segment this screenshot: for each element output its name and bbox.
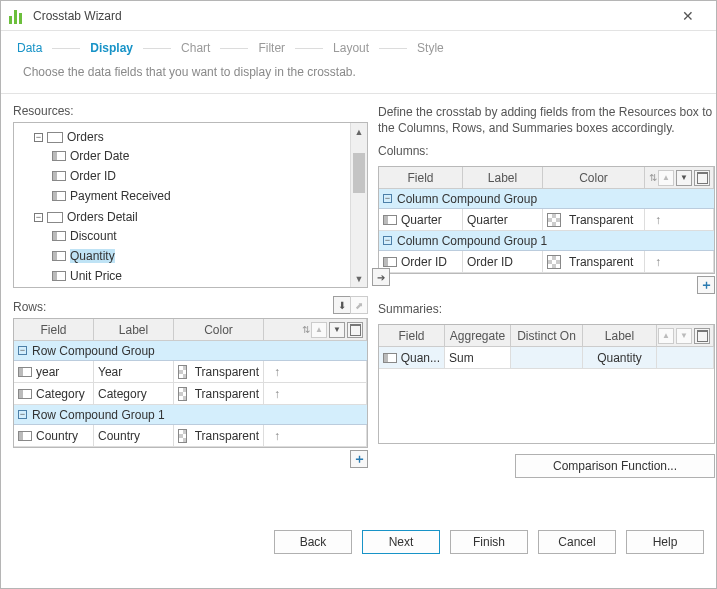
col-field[interactable]: Field [379, 325, 445, 347]
step-style[interactable]: Style [415, 41, 446, 55]
summary-aggregate[interactable]: Sum [445, 347, 511, 369]
color-swatch[interactable] [547, 255, 561, 269]
summary-label[interactable]: Quantity [583, 347, 657, 369]
col-color[interactable]: Color [543, 167, 645, 189]
rows-grid[interactable]: Field Label Color ⇅ −Row Compound Group … [13, 318, 368, 448]
summary-distinct[interactable] [511, 347, 583, 369]
sort-asc-icon[interactable]: ↑ [268, 387, 280, 401]
collapse-icon[interactable]: − [34, 213, 43, 222]
row-group-header[interactable]: −Row Compound Group 1 [14, 405, 367, 425]
rows-label: Rows: [13, 300, 46, 314]
col-field-val[interactable]: Order ID [401, 255, 447, 269]
window-title: Crosstab Wizard [33, 9, 122, 23]
summaries-grid[interactable]: Field Aggregate Distinct On Label Quan..… [378, 324, 715, 444]
move-down-button[interactable] [329, 322, 345, 338]
back-button[interactable]: Back [274, 530, 352, 554]
close-button[interactable]: ✕ [668, 2, 708, 30]
row-label[interactable]: Year [94, 361, 174, 383]
info-text: Define the crosstab by adding fields fro… [378, 104, 715, 136]
col-field[interactable]: Field [379, 167, 463, 189]
scrollbar-vertical[interactable]: ▲▼ [350, 123, 367, 287]
color-swatch[interactable] [547, 213, 561, 227]
color-swatch[interactable] [178, 429, 187, 443]
next-button[interactable]: Next [362, 530, 440, 554]
sort-asc-icon[interactable]: ↑ [649, 255, 661, 269]
col-label[interactable]: Label [583, 325, 657, 347]
column-group-header[interactable]: −Column Compound Group 1 [379, 231, 714, 251]
delete-button[interactable] [694, 170, 710, 186]
delete-button[interactable] [694, 328, 710, 344]
add-column-group-button[interactable]: ＋ [697, 276, 715, 294]
resources-tree[interactable]: −Orders Order Date Order ID Payment Rece… [13, 122, 368, 288]
comparison-function-button[interactable]: Comparison Function... [515, 454, 715, 478]
row-label[interactable]: Country [94, 425, 174, 447]
col-tools: ⇅ [264, 319, 367, 341]
summaries-label: Summaries: [378, 302, 715, 316]
sort-asc-icon[interactable]: ↑ [268, 365, 280, 379]
step-display[interactable]: Display [88, 41, 135, 55]
sort-icon[interactable]: ⇅ [649, 172, 657, 183]
col-label[interactable]: Label [94, 319, 174, 341]
summary-field[interactable]: Quan... [401, 351, 440, 365]
color-swatch[interactable] [178, 387, 187, 401]
col-field-val[interactable]: Quarter [401, 213, 442, 227]
col-label[interactable]: Label [463, 167, 543, 189]
app-icon [9, 8, 25, 24]
add-row-group-button[interactable]: ＋ [350, 450, 368, 468]
sort-icon[interactable]: ⇅ [302, 324, 310, 335]
tree-leaf[interactable]: Payment Received [70, 189, 171, 203]
field-icon [52, 171, 66, 181]
tree-leaf[interactable]: Discount [70, 229, 117, 243]
row-field[interactable]: Country [36, 429, 78, 443]
move-up-button [311, 322, 327, 338]
tree-leaf[interactable]: Order Date [70, 149, 129, 163]
col-label-val[interactable]: Quarter [463, 209, 543, 231]
row-label[interactable]: Category [94, 383, 174, 405]
tree-leaf[interactable]: Order ID [70, 169, 116, 183]
col-distinct[interactable]: Distinct On [511, 325, 583, 347]
step-nav: Data Display Chart Filter Layout Style [1, 31, 716, 61]
step-layout[interactable]: Layout [331, 41, 371, 55]
sort-asc-icon[interactable]: ↑ [649, 213, 661, 227]
tree-node-orders[interactable]: Orders [67, 130, 104, 144]
delete-button[interactable] [347, 322, 363, 338]
cancel-button[interactable]: Cancel [538, 530, 616, 554]
column-group-header[interactable]: −Column Compound Group [379, 189, 714, 209]
step-data[interactable]: Data [15, 41, 44, 55]
field-icon [52, 251, 66, 261]
titlebar: Crosstab Wizard ✕ [1, 1, 716, 31]
field-icon [52, 191, 66, 201]
move-down-button[interactable] [676, 170, 692, 186]
row-field[interactable]: year [36, 365, 59, 379]
resources-label: Resources: [13, 104, 368, 118]
col-label-val[interactable]: Order ID [463, 251, 543, 273]
folder-icon [47, 132, 63, 143]
help-button[interactable]: Help [626, 530, 704, 554]
folder-icon [47, 212, 63, 223]
collapse-icon[interactable]: − [34, 133, 43, 142]
remove-from-rows-button: ⬈ [350, 296, 368, 314]
step-filter[interactable]: Filter [256, 41, 287, 55]
tree-leaf[interactable]: Unit Price [70, 269, 122, 283]
col-color[interactable]: Color [174, 319, 264, 341]
move-up-button [658, 328, 674, 344]
tree-leaf-selected[interactable]: Quantity [70, 249, 115, 263]
field-icon [52, 271, 66, 281]
add-to-rows-button[interactable]: ⬇ [333, 296, 351, 314]
add-to-right-button[interactable]: ➔ [372, 268, 390, 286]
move-down-button [676, 328, 692, 344]
col-aggregate[interactable]: Aggregate [445, 325, 511, 347]
row-field[interactable]: Category [36, 387, 85, 401]
color-swatch[interactable] [178, 365, 187, 379]
tree-node-orders-detail[interactable]: Orders Detail [67, 210, 138, 224]
row-group-header[interactable]: −Row Compound Group [14, 341, 367, 361]
step-chart[interactable]: Chart [179, 41, 212, 55]
columns-grid[interactable]: Field Label Color ⇅ −Column Compound Gro… [378, 166, 715, 274]
finish-button[interactable]: Finish [450, 530, 528, 554]
move-up-button [658, 170, 674, 186]
step-description: Choose the data fields that you want to … [1, 61, 716, 94]
columns-label: Columns: [378, 144, 715, 158]
col-field[interactable]: Field [14, 319, 94, 341]
sort-asc-icon[interactable]: ↑ [268, 429, 280, 443]
field-icon [52, 231, 66, 241]
